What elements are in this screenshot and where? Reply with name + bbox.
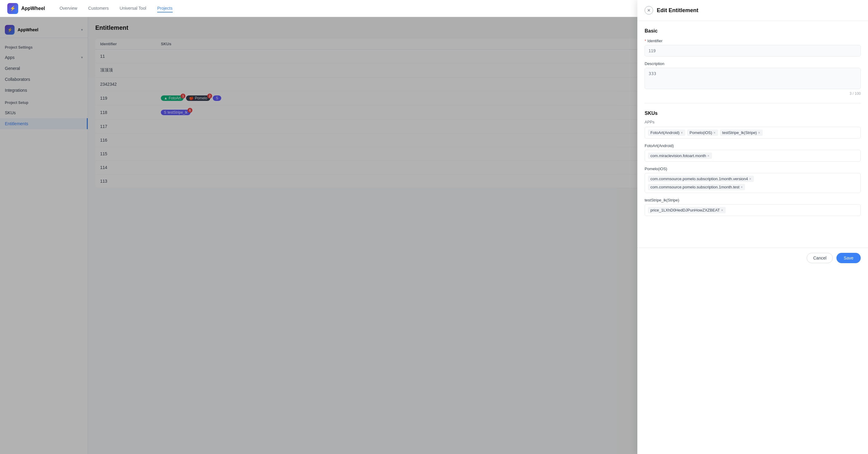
- tag-stripe-sku: price_1LXhD0HedDJPunHowZXZBEAT ×: [648, 207, 726, 213]
- edit-panel: ✕ Edit Entitlement Basic * Identifier De…: [637, 0, 868, 454]
- identifier-input[interactable]: [645, 45, 861, 57]
- logo-area: ⚡ AppWheel: [7, 3, 45, 14]
- nav-item-universal-tool[interactable]: Universal Tool: [120, 5, 146, 12]
- remove-tag-icon[interactable]: ×: [681, 131, 683, 135]
- remove-tag-icon[interactable]: ×: [749, 177, 751, 181]
- logo-text: AppWheel: [21, 6, 45, 11]
- tag-fotoart-android: FotoArt(Android) ×: [648, 130, 685, 136]
- apps-tags-input[interactable]: FotoArt(Android) × Pomelo(iOS) × testStr…: [645, 127, 861, 139]
- pomelo-ios-label: Pomelo(iOS): [645, 167, 861, 171]
- fotoart-android-label: FotoArt(Android): [645, 143, 861, 148]
- remove-tag-icon[interactable]: ×: [758, 131, 760, 135]
- close-button[interactable]: ✕: [645, 6, 653, 15]
- tag-teststripe-lk: testStripe_lk(Stripe) ×: [720, 130, 763, 136]
- app-logo-icon: ⚡: [7, 3, 18, 14]
- remove-tag-icon[interactable]: ×: [708, 154, 710, 158]
- remove-tag-icon[interactable]: ×: [741, 185, 743, 189]
- required-indicator: *: [645, 38, 646, 43]
- skus-section-heading: SKUs: [645, 111, 861, 116]
- nav-item-customers[interactable]: Customers: [88, 5, 109, 12]
- tag-pomelo-sku2: com.commsource.pomelo.subscription.1mont…: [648, 184, 745, 190]
- panel-title: Edit Entitlement: [657, 7, 699, 14]
- description-label: Description: [645, 61, 861, 66]
- nav-item-projects[interactable]: Projects: [157, 5, 173, 12]
- pomelo-ios-tags-input[interactable]: com.commsource.pomelo.subscription.1mont…: [645, 173, 861, 193]
- remove-tag-icon[interactable]: ×: [721, 208, 723, 212]
- basic-section-heading: Basic: [645, 28, 861, 34]
- section-divider: [645, 103, 861, 103]
- nav-items: Overview Customers Universal Tool Projec…: [60, 5, 173, 12]
- remove-tag-icon[interactable]: ×: [714, 131, 716, 135]
- nav-item-overview[interactable]: Overview: [60, 5, 77, 12]
- stripe-tags-input[interactable]: price_1LXhD0HedDJPunHowZXZBEAT ×: [645, 204, 861, 216]
- panel-footer: Cancel Save: [637, 248, 868, 268]
- tag-fotoart-sku: com.miraclevision.fotoart.month ×: [648, 152, 712, 159]
- char-count: 3 / 100: [645, 91, 861, 96]
- fotoart-android-tags-input[interactable]: com.miraclevision.fotoart.month ×: [645, 150, 861, 162]
- panel-body: Basic * Identifier Description 333 3 / 1…: [637, 21, 868, 248]
- stripe-label: testStripe_lk(Stripe): [645, 198, 861, 202]
- tag-pomelo-ios: Pomelo(iOS) ×: [687, 130, 718, 136]
- cancel-button[interactable]: Cancel: [807, 253, 833, 263]
- panel-header: ✕ Edit Entitlement: [637, 0, 868, 21]
- identifier-label: * Identifier: [645, 38, 861, 43]
- save-button[interactable]: Save: [836, 253, 861, 263]
- description-input[interactable]: 333: [645, 68, 861, 89]
- apps-label: APPs: [645, 120, 861, 124]
- tag-pomelo-sku1: com.commsource.pomelo.subscription.1mont…: [648, 176, 754, 182]
